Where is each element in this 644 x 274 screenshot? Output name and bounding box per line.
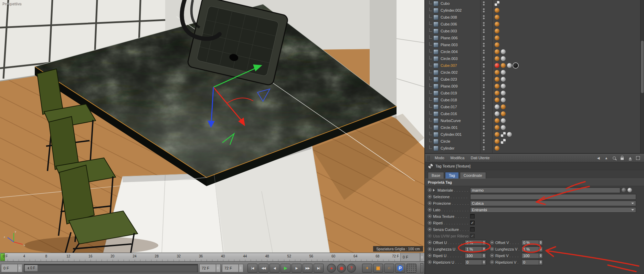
object-icon[interactable] bbox=[433, 29, 439, 34]
tab-coordinate[interactable]: Coordinate bbox=[460, 172, 486, 179]
object-row[interactable]: Cylinder.002 bbox=[425, 7, 644, 14]
spinner[interactable] bbox=[482, 260, 486, 265]
visibility-toggles[interactable] bbox=[483, 139, 485, 143]
object-row[interactable]: Circle.004 bbox=[425, 48, 644, 55]
object-row[interactable]: Cube.017 bbox=[425, 103, 644, 110]
object-row[interactable]: Cube.003 bbox=[425, 28, 644, 34]
visibility-toggles[interactable] bbox=[483, 112, 485, 116]
anim-toggle-icon[interactable] bbox=[428, 227, 432, 231]
material-tag-icon[interactable] bbox=[495, 91, 499, 95]
material-tag-icon[interactable] bbox=[495, 132, 499, 137]
material-tag-icon[interactable] bbox=[495, 42, 499, 47]
anim-toggle-icon[interactable] bbox=[428, 214, 432, 218]
material-tag-icon[interactable] bbox=[495, 49, 499, 54]
object-row[interactable]: Plane.003 bbox=[425, 41, 644, 48]
offset-v-field[interactable]: 0 % bbox=[521, 240, 543, 245]
material-tag-icon[interactable] bbox=[495, 139, 499, 144]
material-tag-icon[interactable] bbox=[495, 56, 499, 61]
selezione-field[interactable] bbox=[470, 194, 636, 200]
phong-tag-icon[interactable] bbox=[495, 111, 499, 116]
object-name[interactable]: Plane.003 bbox=[441, 43, 458, 47]
object-name[interactable]: Cube.023 bbox=[441, 77, 457, 81]
rotation-keying-button[interactable]: ○ bbox=[384, 264, 394, 273]
menu-modifica[interactable]: Modifica bbox=[447, 156, 468, 160]
object-row[interactable]: Cube.008 bbox=[425, 14, 644, 21]
anim-toggle-icon[interactable] bbox=[428, 254, 432, 257]
red-tag-icon[interactable] bbox=[495, 63, 499, 68]
material-tag-icon[interactable] bbox=[495, 146, 499, 151]
phong-tag-icon[interactable] bbox=[501, 91, 506, 95]
anim-toggle-icon[interactable] bbox=[490, 254, 494, 257]
visibility-toggles[interactable] bbox=[483, 43, 485, 47]
spinner[interactable] bbox=[18, 264, 21, 272]
visibility-toggles[interactable] bbox=[483, 15, 485, 19]
power-slider-handle[interactable]: 0 F bbox=[25, 265, 38, 271]
checker-tag-icon[interactable] bbox=[501, 132, 506, 137]
anim-toggle-icon[interactable] bbox=[428, 188, 432, 192]
dock-icon[interactable] bbox=[627, 155, 633, 161]
power-slider[interactable]: 0 F bbox=[24, 264, 198, 272]
visibility-toggles[interactable] bbox=[483, 22, 485, 26]
ripeti-v-field[interactable]: 100 bbox=[521, 253, 543, 258]
object-icon[interactable] bbox=[433, 22, 439, 27]
object-manager[interactable]: CuboCylinder.002Cube.008Cube.006Cube.003… bbox=[425, 0, 644, 153]
object-icon[interactable] bbox=[433, 63, 439, 68]
object-icon[interactable] bbox=[433, 91, 439, 96]
object-icon[interactable] bbox=[433, 56, 439, 61]
ripetizioni-v-field[interactable]: 0 bbox=[521, 260, 543, 265]
ripeti-checkbox[interactable] bbox=[470, 221, 475, 225]
visibility-toggles[interactable] bbox=[483, 77, 485, 81]
proiezione-dropdown[interactable]: Cubica bbox=[470, 201, 636, 206]
viewport-perspective[interactable]: x y z Prospettiva Spaziatura Griglia : 1… bbox=[0, 0, 424, 253]
object-row[interactable]: Circle.001 bbox=[425, 124, 644, 131]
object-name[interactable]: Cube.016 bbox=[441, 112, 457, 116]
object-row[interactable]: Cylinder.001 bbox=[425, 131, 644, 138]
object-name[interactable]: Cube.017 bbox=[441, 105, 457, 109]
object-name[interactable]: Circle.001 bbox=[441, 125, 458, 130]
scrollbar-thumb[interactable] bbox=[641, 41, 644, 93]
phong-tag-icon[interactable] bbox=[501, 125, 506, 130]
lato-dropdown[interactable]: Entrambi bbox=[470, 207, 636, 213]
object-row[interactable]: Circle.002 bbox=[425, 69, 644, 76]
visibility-toggles[interactable] bbox=[483, 57, 485, 61]
black-tag-icon[interactable] bbox=[513, 63, 518, 68]
anim-toggle-icon[interactable] bbox=[428, 260, 432, 264]
material-tag-icon[interactable] bbox=[495, 125, 499, 130]
object-manager-scrollbar[interactable] bbox=[640, 0, 644, 153]
object-row[interactable]: Cube.007 bbox=[425, 62, 644, 69]
tab-tag[interactable]: Tag bbox=[445, 172, 459, 179]
phong-tag-icon[interactable] bbox=[501, 84, 506, 89]
object-name[interactable]: Cube.018 bbox=[441, 98, 457, 102]
material-tag-icon[interactable] bbox=[501, 63, 506, 68]
object-icon[interactable] bbox=[433, 49, 439, 54]
phong-tag-icon[interactable] bbox=[507, 63, 512, 68]
position-keying-button[interactable]: + bbox=[362, 264, 372, 273]
object-row[interactable]: Cubo bbox=[425, 0, 644, 7]
object-icon[interactable] bbox=[433, 15, 439, 20]
max-frame-field[interactable]: 72 F bbox=[222, 264, 243, 272]
visibility-toggles[interactable] bbox=[483, 125, 485, 130]
spinner[interactable] bbox=[216, 264, 220, 272]
parameter-keying-button[interactable]: P bbox=[395, 264, 405, 273]
object-name[interactable]: Cylinder bbox=[441, 146, 454, 150]
visibility-toggles[interactable] bbox=[483, 29, 485, 33]
lunghezza-u-field[interactable]: 1 % bbox=[465, 246, 486, 252]
nav-up-icon[interactable]: ▲ bbox=[604, 155, 609, 161]
material-sphere-icon[interactable] bbox=[627, 188, 632, 192]
current-frame-field[interactable]: 0 F bbox=[400, 253, 424, 261]
lock-icon[interactable] bbox=[620, 155, 625, 161]
anim-toggle-icon[interactable] bbox=[428, 221, 432, 225]
visibility-toggles[interactable] bbox=[483, 119, 485, 123]
visibility-toggles[interactable] bbox=[483, 98, 485, 102]
object-row[interactable]: Plane.006 bbox=[425, 34, 644, 41]
anim-toggle-icon[interactable] bbox=[428, 195, 432, 199]
start-frame-field[interactable]: 0 F bbox=[1, 264, 22, 272]
object-name[interactable]: Plane.006 bbox=[441, 36, 458, 40]
object-name[interactable]: Cube.019 bbox=[441, 91, 457, 95]
object-row[interactable]: Cube.018 bbox=[425, 97, 644, 103]
object-icon[interactable] bbox=[433, 8, 439, 13]
object-row[interactable]: Cube.019 bbox=[425, 90, 644, 97]
texture-preview-icon[interactable] bbox=[622, 188, 626, 192]
autokeying-button[interactable]: ◉ bbox=[337, 264, 346, 273]
material-tag-icon[interactable] bbox=[495, 29, 499, 33]
